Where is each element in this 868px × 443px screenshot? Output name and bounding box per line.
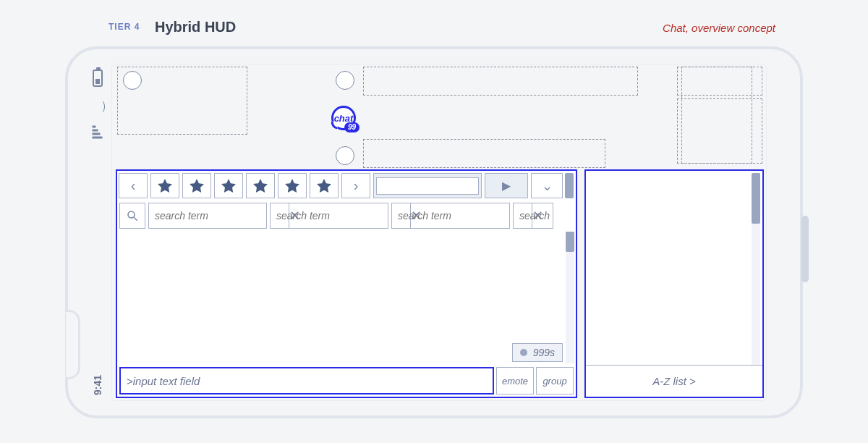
hud-toggle-slot-3[interactable] bbox=[336, 146, 354, 165]
hud-toggle-slot-2[interactable] bbox=[336, 71, 354, 90]
svg-point-0 bbox=[128, 211, 135, 218]
roster-list bbox=[586, 171, 752, 365]
search-pill-1: ✕ bbox=[148, 203, 267, 229]
typing-dot-icon bbox=[520, 349, 527, 356]
wifi-icon: ⁀ bbox=[91, 102, 105, 111]
chat-fav-5[interactable] bbox=[278, 173, 307, 198]
hud-top-zone: chat 99 bbox=[117, 67, 762, 168]
search-input-overflow bbox=[514, 203, 576, 228]
search-input-2[interactable] bbox=[271, 203, 410, 228]
hud-slot-bar-upper bbox=[363, 67, 638, 96]
chat-tab-scrollbar[interactable] bbox=[565, 173, 574, 198]
hud-toggle-slot-1[interactable] bbox=[123, 71, 142, 90]
search-pill-2: ✕ bbox=[270, 203, 388, 229]
search-pill-3: ✕ bbox=[391, 203, 510, 229]
search-input-1[interactable] bbox=[149, 203, 289, 228]
chat-fav-4[interactable] bbox=[246, 173, 275, 198]
search-pill-overflow bbox=[513, 203, 553, 229]
tier-badge: TIER 4 bbox=[109, 22, 140, 32]
hud-slot-corner-top bbox=[677, 67, 762, 96]
status-strip: ⁀ 9:41 bbox=[87, 69, 109, 395]
typing-indicator: 999s bbox=[512, 343, 563, 362]
typing-label: 999s bbox=[533, 347, 555, 358]
chat-unread-badge: 99 bbox=[344, 122, 359, 132]
signal-icon bbox=[93, 126, 103, 139]
chat-fav-6[interactable] bbox=[310, 173, 339, 198]
chat-panel: ‹ › ▶ ⌄ bbox=[116, 169, 577, 398]
chat-tab-next[interactable]: › bbox=[341, 173, 370, 198]
status-time: 9:41 bbox=[92, 375, 103, 395]
battery-icon bbox=[93, 69, 103, 87]
concept-tag: Chat, overview concept bbox=[663, 22, 775, 34]
chat-go-button[interactable]: ▶ bbox=[485, 173, 528, 198]
chat-channel-dropdown[interactable]: ⌄ bbox=[531, 173, 563, 198]
device-side-button bbox=[801, 216, 809, 282]
emote-button[interactable]: emote bbox=[496, 367, 534, 395]
chat-input[interactable]: >input text field bbox=[119, 367, 494, 395]
play-icon: ▶ bbox=[502, 179, 511, 193]
chat-tab-prev[interactable]: ‹ bbox=[119, 173, 148, 198]
search-input-3[interactable] bbox=[392, 203, 532, 228]
hud-slot-bar-lower bbox=[363, 139, 605, 168]
chevron-right-icon: › bbox=[354, 177, 359, 194]
group-button[interactable]: group bbox=[536, 367, 574, 395]
page-title: Hybrid HUD bbox=[155, 19, 236, 35]
chat-fav-3[interactable] bbox=[214, 173, 243, 198]
device-notch bbox=[66, 310, 80, 379]
roster-panel: A-Z list > bbox=[584, 169, 764, 398]
search-icon[interactable] bbox=[119, 203, 145, 229]
device-frame: ⁀ 9:41 chat 99 ‹ bbox=[65, 46, 803, 418]
roster-scrollbar[interactable] bbox=[752, 173, 760, 365]
roster-az-toggle[interactable]: A-Z list > bbox=[586, 365, 762, 397]
chat-fav-1[interactable] bbox=[150, 173, 179, 198]
chat-log: 999s bbox=[117, 230, 566, 365]
chevron-left-icon: ‹ bbox=[131, 177, 136, 194]
chat-channel-field[interactable] bbox=[373, 173, 482, 198]
svg-line-1 bbox=[134, 217, 137, 221]
chat-toggle-button[interactable]: chat 99 bbox=[331, 106, 356, 130]
hud-slot-corner-low bbox=[677, 98, 762, 164]
chat-fav-2[interactable] bbox=[182, 173, 211, 198]
chat-scrollbar[interactable] bbox=[566, 232, 574, 363]
chevron-down-icon: ⌄ bbox=[542, 178, 553, 194]
